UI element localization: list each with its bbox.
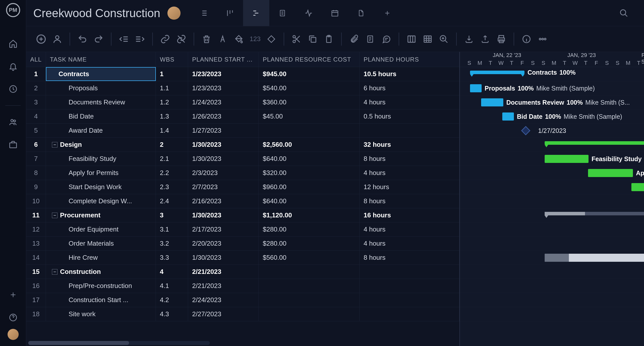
cell-start[interactable]: 1/26/2023 — [188, 109, 259, 123]
gantt-row[interactable] — [460, 237, 644, 251]
row-number[interactable]: 9 — [26, 180, 46, 194]
paste-icon[interactable] — [322, 32, 336, 46]
col-all[interactable]: ALL — [26, 52, 46, 67]
milestone-marker[interactable] — [521, 126, 531, 135]
cell-cost[interactable]: $640.00 — [259, 152, 360, 166]
cell-wbs[interactable]: 4.3 — [156, 307, 188, 321]
cell-cost[interactable]: $360.00 — [259, 95, 360, 109]
cell-start[interactable]: 2/7/2023 — [188, 180, 259, 194]
help-icon[interactable] — [8, 312, 18, 323]
task-name-cell[interactable]: Prep/Pre-construction — [46, 279, 156, 293]
row-number[interactable]: 3 — [26, 95, 46, 109]
table-row[interactable]: 12Order Equipment3.12/17/2023$280.004 ho… — [26, 222, 459, 237]
cell-start[interactable]: 2/21/2023 — [188, 265, 259, 279]
cell-cost[interactable] — [259, 307, 360, 321]
cell-wbs[interactable]: 2 — [156, 138, 188, 152]
delete-icon[interactable] — [200, 32, 213, 46]
row-number[interactable]: 18 — [26, 307, 46, 321]
table-row[interactable]: 4Bid Date1.31/26/2023$45.000.5 hours — [26, 109, 459, 124]
table-row[interactable]: 13Order Materials3.22/20/2023$280.004 ho… — [26, 237, 459, 251]
cell-cost[interactable]: $540.00 — [259, 81, 360, 95]
cell-hours[interactable]: 4 hours — [360, 166, 459, 180]
text-color-icon[interactable] — [216, 32, 229, 46]
table-row[interactable]: 15−Construction42/21/2023 — [26, 265, 459, 279]
outdent-icon[interactable] — [117, 32, 131, 46]
cell-start[interactable]: 1/30/2023 — [188, 138, 259, 152]
task-name-cell[interactable]: Order Equipment — [46, 222, 156, 236]
add-view-icon[interactable] — [374, 0, 400, 26]
cell-hours[interactable]: 8 hours — [360, 152, 459, 166]
table-row[interactable]: 16Prep/Pre-construction4.12/21/2023 — [26, 279, 459, 293]
cell-cost[interactable] — [259, 124, 360, 137]
table-row[interactable]: 7Feasibility Study2.11/30/2023$640.008 h… — [26, 152, 459, 166]
task-name-cell[interactable]: Award Date — [46, 124, 156, 137]
cell-start[interactable]: 2/21/2023 — [188, 279, 259, 293]
print-icon[interactable] — [494, 32, 508, 46]
table-row[interactable]: 8Apply for Permits2.22/3/2023$320.004 ho… — [26, 166, 459, 180]
row-number[interactable]: 13 — [26, 237, 46, 250]
table-row[interactable]: 17Construction Start ...4.22/24/2023 — [26, 293, 459, 307]
recent-icon[interactable] — [8, 84, 18, 94]
col-wbs[interactable]: WBS — [156, 52, 188, 67]
cell-wbs[interactable]: 1.1 — [156, 81, 188, 95]
cut-icon[interactable] — [290, 32, 303, 46]
cell-hours[interactable]: 16 hours — [360, 208, 459, 222]
cell-hours[interactable] — [360, 124, 459, 137]
gantt-row[interactable] — [460, 293, 644, 307]
row-number[interactable]: 15 — [26, 265, 46, 279]
gantt-bar[interactable] — [545, 212, 644, 215]
view-activity-icon[interactable] — [296, 0, 322, 26]
cell-hours[interactable] — [360, 307, 459, 321]
cell-cost[interactable]: $2,560.00 — [259, 138, 360, 152]
table-row[interactable]: 3Documents Review1.21/24/2023$360.004 ho… — [26, 95, 459, 109]
search-icon[interactable] — [611, 0, 637, 26]
gantt-row[interactable]: Documents Review100%Mike Smith (S... — [460, 95, 644, 109]
row-number[interactable]: 12 — [26, 222, 46, 236]
row-number[interactable]: 17 — [26, 293, 46, 307]
cell-start[interactable]: 1/23/2023 — [188, 81, 259, 95]
cell-hours[interactable] — [360, 265, 459, 279]
comments-icon[interactable] — [379, 32, 393, 46]
task-name-cell[interactable]: −Design — [46, 138, 156, 152]
cell-cost[interactable]: $45.00 — [259, 109, 360, 123]
task-name-cell[interactable]: Hire Crew — [46, 251, 156, 265]
row-number[interactable]: 6 — [26, 138, 46, 152]
cell-wbs[interactable]: 2.3 — [156, 180, 188, 194]
row-number[interactable]: 4 — [26, 109, 46, 123]
gantt-row[interactable] — [460, 208, 644, 222]
task-name-cell[interactable]: Site work — [46, 307, 156, 321]
columns-icon[interactable] — [405, 32, 418, 46]
row-number[interactable]: 10 — [26, 194, 46, 208]
cell-wbs[interactable]: 1 — [156, 67, 188, 81]
task-name-cell[interactable]: Complete Design W... — [46, 194, 156, 208]
gantt-row[interactable] — [460, 279, 644, 293]
view-board-icon[interactable] — [217, 0, 243, 26]
task-name-cell[interactable]: Proposals — [46, 81, 156, 95]
expander-icon[interactable]: − — [52, 142, 57, 148]
expander-icon[interactable]: − — [52, 269, 57, 275]
view-sheet-icon[interactable] — [269, 0, 296, 26]
user-avatar[interactable] — [8, 329, 19, 340]
cell-start[interactable]: 1/24/2023 — [188, 95, 259, 109]
gantt-row[interactable]: Feasibility Study10 — [460, 152, 644, 166]
notes-icon[interactable] — [363, 32, 377, 46]
task-name-cell[interactable]: Start Design Work — [46, 180, 156, 194]
cell-wbs[interactable]: 4.1 — [156, 279, 188, 293]
gantt-row[interactable] — [460, 265, 644, 279]
task-name-cell[interactable]: Contracts — [46, 67, 156, 81]
horizontal-scrollbar[interactable] — [28, 341, 210, 345]
row-number[interactable]: 16 — [26, 279, 46, 293]
assign-icon[interactable] — [50, 32, 64, 46]
gantt-row[interactable]: 1/27/2023 — [460, 124, 644, 138]
gantt-bar[interactable]: Proposals100%Mike Smith (Sample) — [470, 84, 482, 92]
gantt-bar[interactable]: Feasibility Study10 — [545, 155, 589, 163]
cell-hours[interactable]: 32 hours — [360, 138, 459, 152]
cell-wbs[interactable]: 4 — [156, 265, 188, 279]
zoom-icon[interactable] — [437, 32, 451, 46]
more-icon[interactable] — [536, 32, 549, 46]
view-gantt-icon[interactable] — [243, 0, 269, 26]
cell-start[interactable]: 1/30/2023 — [188, 152, 259, 166]
view-calendar-icon[interactable] — [322, 0, 348, 26]
cell-cost[interactable]: $640.00 — [259, 194, 360, 208]
table-row[interactable]: 6−Design21/30/2023$2,560.0032 hours — [26, 138, 459, 152]
